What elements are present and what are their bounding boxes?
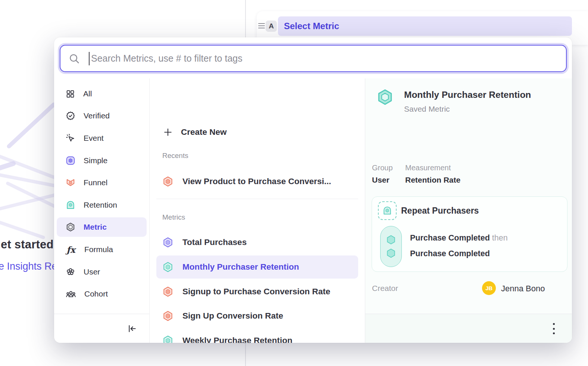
step-1-event: Purchase Completed: [410, 233, 490, 242]
metric-picker-modal: All Verified Event: [54, 37, 572, 343]
creator-avatar: JB: [482, 281, 496, 295]
step-connector: then: [492, 233, 508, 242]
kebab-menu-icon[interactable]: [550, 323, 557, 334]
background-heading-cut: et started.: [1, 238, 54, 251]
sidebar-item-label: Retention: [84, 201, 117, 210]
sidebar-item-retention[interactable]: Retention: [57, 195, 147, 215]
user-cluster-icon: [66, 267, 75, 277]
row-letter-badge: A: [266, 21, 277, 32]
measurement-label: Measurement: [405, 164, 451, 172]
sidebar-item-formula[interactable]: ƒx Formula: [57, 240, 147, 259]
simple-metric-icon: [162, 237, 173, 248]
sidebar-item-label: Cohort: [84, 289, 108, 298]
collapse-sidebar-button[interactable]: [125, 322, 140, 335]
funnel-icon: [66, 178, 75, 187]
create-new-button[interactable]: Create New: [156, 124, 358, 140]
sidebar-item-label: Metric: [84, 223, 107, 232]
metric-item-label: Sign Up Conversion Rate: [182, 311, 283, 321]
cohort-icon: [66, 289, 76, 299]
background-link-cut[interactable]: e Insights Re: [0, 261, 54, 272]
definition-title: Repeat Purchasers: [401, 206, 479, 216]
list-section-divider: [156, 199, 358, 199]
search-icon: [69, 53, 80, 64]
event-cursor-icon: [66, 133, 75, 143]
measurement-value: Retention Rate: [405, 176, 460, 184]
screen: et started. e Insights Re A Select Metri…: [0, 0, 588, 366]
search-input[interactable]: [91, 53, 566, 64]
details-title: Monthly Purchaser Retention: [404, 90, 531, 100]
sidebar-item-label: Simple: [84, 156, 107, 165]
funnel-metric-icon: [162, 310, 173, 322]
sidebar-item-metric[interactable]: Metric: [57, 217, 147, 237]
funnel-steps-capsule: [380, 226, 402, 267]
metrics-section-label: Metrics: [162, 213, 185, 221]
verified-badge-icon: [66, 111, 75, 121]
search-bar[interactable]: [60, 45, 567, 72]
sidebar-item-label: Formula: [84, 245, 113, 254]
sidebar-item-label: Verified: [84, 111, 110, 120]
grid-icon: [66, 89, 75, 99]
creator-name: Jenna Bono: [501, 284, 545, 294]
sidebar-item-funnel[interactable]: Funnel: [57, 173, 147, 192]
retention-icon: [66, 200, 75, 210]
metric-item-monthly-purchaser-retention[interactable]: Monthly Purchaser Retention: [156, 255, 358, 279]
repeat-purchasers-icon: [378, 201, 397, 220]
metric-item-label: Total Purchases: [182, 238, 247, 247]
sidebar-footer: [54, 314, 149, 343]
sidebar-item-simple[interactable]: Simple: [57, 151, 147, 170]
metric-item-signup-conversion[interactable]: Sign Up Conversion Rate: [156, 304, 358, 328]
formula-icon: ƒx: [66, 245, 76, 255]
metric-item-signup-to-purchase[interactable]: Signup to Purchase Conversion Rate: [156, 280, 358, 303]
metric-definition-card: Repeat Purchasers Purchase Completed the…: [372, 196, 567, 272]
metric-list-panel: Create New Recents View Product to Purch…: [150, 78, 365, 343]
metric-item-label: Weekly Purchase Retention: [182, 336, 293, 343]
retention-arch-icon: [382, 205, 392, 216]
funnel-metric-icon: [162, 286, 173, 297]
metric-item-weekly-purchase-retention[interactable]: Weekly Purchase Retention: [156, 329, 358, 343]
sidebar-item-user[interactable]: User: [57, 262, 147, 282]
sidebar-item-verified[interactable]: Verified: [57, 106, 147, 125]
drag-handle-icon[interactable]: [258, 22, 265, 29]
sidebar-item-label: All: [83, 89, 92, 98]
metric-hexagon-icon: [66, 222, 75, 232]
metric-item-label: Monthly Purchaser Retention: [182, 262, 299, 272]
metric-item-label: Signup to Purchase Conversion Rate: [182, 287, 330, 297]
funnel-metric-icon: [162, 176, 173, 187]
saved-metric-icon: [376, 89, 394, 106]
sidebar-item-label: User: [84, 267, 100, 276]
group-value: User: [372, 176, 390, 184]
sidebar-item-all[interactable]: All: [57, 84, 147, 103]
group-label: Group: [372, 164, 393, 172]
collapse-left-icon: [127, 324, 137, 334]
recents-section-label: Recents: [162, 152, 188, 160]
recent-metric-item[interactable]: View Product to Purchase Conversi...: [156, 170, 358, 193]
select-metric-button[interactable]: Select Metric: [278, 16, 572, 36]
definition-step-1: Purchase Completed then: [410, 233, 508, 243]
retention-metric-icon: [162, 335, 173, 343]
text-caret: [89, 52, 90, 65]
metric-item-total-purchases[interactable]: Total Purchases: [156, 231, 358, 254]
sidebar-item-label: Funnel: [84, 178, 107, 187]
sidebar-item-event[interactable]: Event: [57, 128, 147, 148]
create-new-label: Create New: [181, 127, 227, 137]
sidebar-item-label: Event: [84, 134, 104, 143]
step-hexagon-icon: [385, 248, 397, 259]
simple-metric-icon: [66, 156, 75, 165]
creator-label: Creator: [372, 284, 398, 293]
details-subtitle: Saved Metric: [404, 105, 450, 114]
definition-step-2: Purchase Completed: [410, 249, 490, 258]
step-hexagon-icon: [385, 234, 397, 245]
sidebar-item-cohort[interactable]: Cohort: [57, 284, 147, 304]
details-footer: [365, 314, 572, 343]
metric-details-panel: Monthly Purchaser Retention Saved Metric…: [365, 78, 572, 343]
retention-metric-icon: [162, 261, 173, 273]
plus-icon: [163, 127, 173, 137]
metric-item-label: View Product to Purchase Conversi...: [182, 177, 331, 186]
